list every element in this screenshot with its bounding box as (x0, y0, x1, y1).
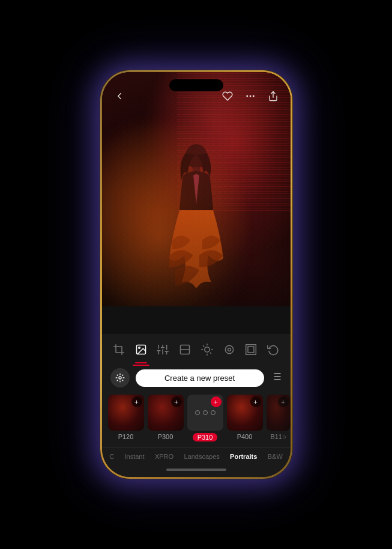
tool-effects[interactable] (199, 341, 216, 361)
svg-point-7 (138, 347, 140, 349)
list-view-button[interactable] (270, 371, 282, 386)
tool-photo[interactable] (133, 341, 149, 361)
preset-add-p300[interactable]: + (171, 396, 182, 407)
preset-item-p310: + P310 (187, 395, 223, 441)
tool-row (102, 334, 291, 365)
svg-point-19 (205, 347, 210, 352)
category-tabs: C Instant XPRO Landscapes Portraits B&W (102, 447, 291, 466)
svg-point-27 (228, 348, 231, 351)
preset-settings-button[interactable] (110, 368, 130, 387)
svg-rect-29 (248, 347, 254, 353)
tool-tone[interactable] (176, 341, 193, 361)
preset-label-p400: P400 (237, 433, 253, 440)
preset-label-p300: P300 (158, 433, 173, 440)
tool-history[interactable] (265, 341, 282, 361)
preset-label-b110: B11○ (270, 433, 286, 440)
home-indicator (102, 466, 291, 477)
presets-scroll-area: + P120 + P300 (102, 392, 291, 447)
photo-area (102, 72, 291, 306)
dot-3 (211, 410, 216, 415)
preset-thumb-p400[interactable]: + (227, 395, 263, 431)
dot-2 (203, 410, 208, 415)
preset-thumb-b110[interactable]: + (267, 395, 291, 431)
tab-bw[interactable]: B&W (265, 452, 285, 461)
preset-item-p400: + P400 (227, 395, 263, 441)
preset-thumb-p310[interactable]: + (187, 395, 223, 431)
svg-point-2 (247, 96, 248, 97)
preset-thumb-p300[interactable]: + (148, 395, 184, 431)
bottom-panel: Create a new preset (102, 334, 291, 477)
more-button[interactable] (245, 91, 256, 105)
preset-add-p120[interactable]: + (131, 396, 142, 407)
preset-item-b110: + B11○ (267, 395, 291, 441)
tool-optics[interactable] (221, 341, 238, 361)
dot-1 (195, 410, 200, 415)
toolbar-right-actions (222, 91, 279, 105)
preset-label-p120: P120 (118, 433, 134, 440)
phone-screen: Create a new preset (102, 72, 291, 477)
preset-controls-row: Create a new preset (102, 363, 291, 392)
home-bar (166, 469, 226, 471)
phone-frame: Create a new preset (100, 70, 292, 479)
svg-point-26 (225, 345, 233, 353)
tab-landscapes[interactable]: Landscapes (181, 452, 222, 461)
dynamic-island (169, 79, 223, 91)
preset-item-p300: + P300 (148, 395, 184, 441)
tool-crop[interactable] (110, 341, 127, 361)
svg-rect-28 (246, 345, 256, 355)
create-preset-button[interactable]: Create a new preset (136, 369, 264, 387)
preset-add-p310[interactable]: + (211, 396, 222, 407)
svg-point-3 (250, 96, 251, 97)
preset-item-p120: + P120 (108, 395, 144, 441)
back-button[interactable] (114, 91, 125, 105)
svg-point-4 (253, 96, 254, 97)
svg-line-22 (203, 346, 204, 347)
tab-portraits[interactable]: Portraits (228, 452, 259, 461)
share-button[interactable] (268, 91, 279, 105)
svg-line-23 (210, 353, 211, 353)
tool-adjust[interactable] (154, 341, 171, 361)
preset-add-b110[interactable]: + (278, 396, 289, 407)
preset-thumb-p120[interactable]: + (108, 395, 144, 431)
tool-frame[interactable] (243, 341, 259, 361)
tab-c[interactable]: C (107, 452, 116, 461)
preset-add-p400[interactable]: + (250, 396, 261, 407)
preset-label-p310: P310 (193, 433, 218, 441)
heart-button[interactable] (222, 91, 233, 105)
tab-xpro[interactable]: XPRO (152, 452, 176, 461)
tab-instant[interactable]: Instant (122, 452, 146, 461)
svg-point-30 (119, 377, 121, 379)
